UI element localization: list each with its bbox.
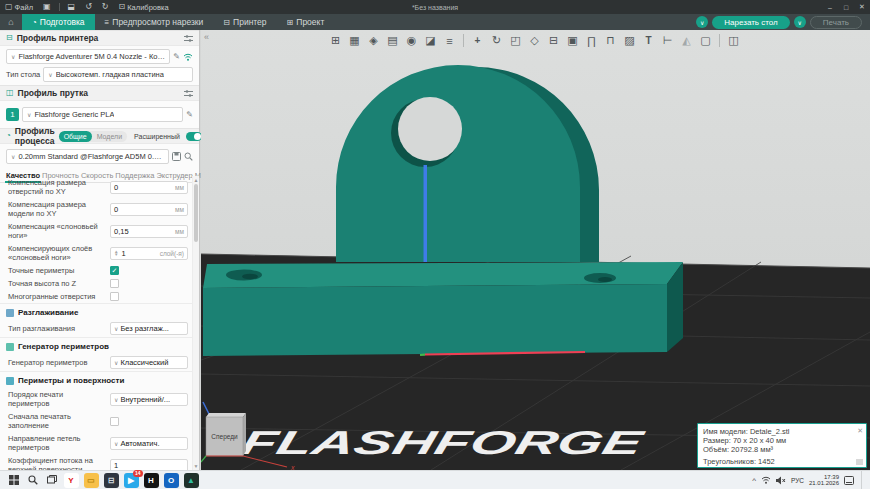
- model-base-front: [203, 284, 667, 356]
- filament-select[interactable]: ∨ Flashforge Generic PLA: [22, 107, 183, 122]
- close-icon[interactable]: ✕: [857, 426, 863, 435]
- model-object[interactable]: [203, 65, 683, 356]
- calibration-menu[interactable]: ⊡ Калибровка: [114, 0, 174, 14]
- cube-side-face: [243, 413, 246, 456]
- param-label: Компенсация размера отверстий по XY: [8, 178, 106, 196]
- parameter-list: Компенсация размера отверстий по XY0ммКо…: [0, 176, 192, 470]
- window-menu-button[interactable]: ▣: [38, 0, 56, 14]
- model-hole: [398, 97, 462, 161]
- language-indicator[interactable]: РУС: [791, 477, 804, 484]
- edit-filament-icon[interactable]: ✎: [186, 110, 193, 119]
- volume-muted-icon[interactable]: [776, 476, 786, 485]
- home-button[interactable]: ⌂: [0, 17, 22, 27]
- process-select[interactable]: ∨ 0.20mm Standard @Flashforge AD5M 0.4 N…: [6, 149, 169, 164]
- file-explorer-icon[interactable]: ▭: [84, 473, 99, 488]
- param-row: Точная высота по Z: [0, 277, 192, 290]
- tab-2[interactable]: ≡Предпросмотр нарезки: [95, 14, 214, 30]
- param-value: 0,15: [114, 227, 129, 236]
- outlook-icon[interactable]: O: [164, 473, 179, 488]
- wifi-icon[interactable]: [183, 53, 193, 61]
- param-input[interactable]: 0мм: [110, 203, 188, 216]
- param-section-header: Генератор периметров: [0, 337, 192, 354]
- process-scope-pill[interactable]: Общие: [59, 131, 92, 142]
- file-menu[interactable]: ▢ Файл: [0, 0, 38, 14]
- scene-canvas[interactable]: FLASHFORGE: [201, 30, 870, 470]
- scrollbar-thumb[interactable]: [194, 184, 198, 242]
- show-desktop-button[interactable]: [861, 471, 864, 489]
- resize-handle[interactable]: [856, 459, 863, 465]
- printer-app-icon[interactable]: ⊟: [104, 473, 119, 488]
- process-scope-pill[interactable]: Модели: [92, 131, 127, 142]
- param-select[interactable]: ∨Без разглаж...: [110, 322, 188, 335]
- param-row: Компенсирующих слоёв «слоновьей ноги»▲▼1…: [0, 242, 192, 264]
- bed-type-select[interactable]: ∨ Высокотемп. гладкая пластина: [43, 67, 193, 82]
- section-label: Разглаживание: [18, 308, 78, 317]
- params-scrollbar[interactable]: ▲ ▼: [192, 176, 199, 470]
- tray-expand-icon[interactable]: ^: [752, 476, 756, 485]
- param-label: Компенсация «слоновьей ноги»: [8, 222, 106, 240]
- printer-settings-icon[interactable]: [184, 34, 193, 43]
- print-button[interactable]: Печать: [810, 16, 862, 29]
- param-checkbox[interactable]: [110, 279, 119, 288]
- param-label: Коэффициент потока на верхней поверхност…: [8, 456, 106, 470]
- slicer-app-icon[interactable]: ▲: [184, 473, 199, 488]
- advanced-toggle[interactable]: [186, 132, 202, 141]
- orientation-label: Спереди: [211, 433, 238, 441]
- tab-label: Предпросмотр нарезки: [112, 17, 203, 27]
- edit-printer-icon[interactable]: ✎: [173, 52, 180, 61]
- param-value: 1: [114, 461, 118, 470]
- close-button[interactable]: ✕: [854, 0, 870, 14]
- param-checkbox[interactable]: [110, 417, 119, 426]
- start-button[interactable]: [4, 471, 23, 489]
- filament-select-value: Flashforge Generic PLA: [34, 110, 114, 119]
- param-checkbox[interactable]: ✓: [110, 266, 119, 275]
- maximize-button[interactable]: □: [838, 0, 854, 14]
- filament-settings-icon[interactable]: [184, 89, 193, 98]
- param-label: Порядок печати периметров: [8, 390, 106, 408]
- param-input[interactable]: ▲▼1слой(-я): [110, 247, 188, 260]
- param-label: Направление петель периметров: [8, 434, 106, 452]
- save-profile-icon[interactable]: [172, 152, 181, 161]
- slice-dropdown-button[interactable]: ∨: [696, 16, 708, 28]
- param-select[interactable]: ∨Внутренний/...: [110, 393, 188, 406]
- search-icon[interactable]: [184, 152, 193, 161]
- scroll-up-icon[interactable]: ▲: [193, 177, 199, 183]
- param-input[interactable]: 0мм: [110, 181, 188, 194]
- 3d-viewport[interactable]: « ⊞▦◈▤◉◪≡+↻◰◇⊟▣∏⊓▨T⊢◭▢◫ FLASHFORGE: [201, 30, 870, 470]
- plate-logo: FLASHFORGE: [237, 424, 649, 460]
- yandex-browser-icon[interactable]: Y: [64, 473, 79, 488]
- filament-slot-badge[interactable]: 1: [6, 108, 19, 121]
- scroll-down-icon[interactable]: ▼: [193, 463, 199, 469]
- task-view-button[interactable]: [42, 471, 61, 489]
- undo-button[interactable]: ↺: [80, 0, 97, 14]
- param-select[interactable]: ∨Автоматич.: [110, 437, 188, 450]
- param-input[interactable]: 1: [110, 459, 188, 471]
- notification-center-icon[interactable]: [844, 476, 854, 485]
- counterbore-right-inner: [598, 277, 612, 282]
- param-input[interactable]: 0,15мм: [110, 225, 188, 238]
- clock[interactable]: 17:39 21.01.2026: [809, 474, 839, 487]
- param-label: Многогранные отверстия: [8, 292, 106, 301]
- model-volume: Объём: 20792.8 мм³: [703, 445, 861, 454]
- filament-icon: ◫: [6, 89, 14, 97]
- tab-3[interactable]: ⊟Принтер: [213, 14, 276, 30]
- telegram-icon[interactable]: ▶14: [124, 473, 139, 488]
- filament-section-title: Профиль прутка: [18, 88, 88, 98]
- tab-4[interactable]: ⊞Проект: [277, 14, 335, 30]
- slice-plate-button[interactable]: Нарезать стол: [712, 16, 789, 29]
- search-button[interactable]: [23, 471, 42, 489]
- chevron-down-icon: ∨: [114, 440, 118, 447]
- section-icon: [6, 377, 14, 385]
- network-icon[interactable]: [761, 476, 771, 484]
- printer-select[interactable]: ∨ Flashforge Adventurer 5M 0.4 Nozzle - …: [6, 49, 170, 64]
- minimize-button[interactable]: –: [822, 0, 838, 14]
- tab-1[interactable]: ◔Подготовка: [22, 14, 95, 30]
- redo-button[interactable]: ↻: [97, 0, 114, 14]
- param-select[interactable]: ∨Классический: [110, 356, 188, 369]
- h-app-icon[interactable]: H: [144, 473, 159, 488]
- param-select-value: Автоматич.: [120, 439, 159, 448]
- save-button[interactable]: ⬓: [63, 0, 81, 14]
- param-checkbox[interactable]: [110, 292, 119, 301]
- print-dropdown-button[interactable]: ∨: [794, 16, 806, 28]
- spinner-arrows-icon[interactable]: ▲▼: [114, 250, 118, 257]
